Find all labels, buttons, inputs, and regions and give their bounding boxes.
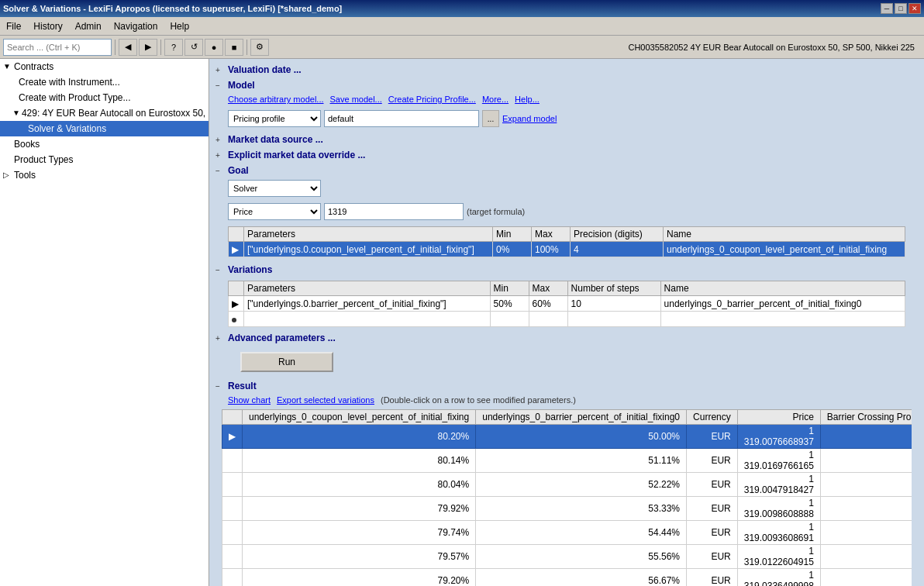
- nav-forward-button[interactable]: ▶: [139, 39, 157, 56]
- row-arrow: ▶: [229, 242, 244, 257]
- link-help[interactable]: Help...: [515, 95, 540, 104]
- result-row-4[interactable]: 79.74%54.44%EUR1 319.00936086910.27%: [222, 521, 912, 545]
- settings-button[interactable]: ⚙: [250, 39, 269, 56]
- var-col-max: Max: [529, 281, 567, 296]
- result-row-currency-5: EUR: [687, 545, 738, 569]
- minimize-button[interactable]: ─: [881, 3, 893, 14]
- section-title-result: Result: [228, 381, 257, 391]
- var-empty-name: [660, 312, 905, 327]
- toggle-icon-valuation: +: [215, 66, 225, 74]
- expand-model-link[interactable]: Expand model: [502, 114, 557, 123]
- tree-item-contracts[interactable]: ▼ Contracts: [0, 59, 209, 74]
- section-title-advanced: Advanced parameters ...: [228, 333, 336, 343]
- menu-history[interactable]: History: [27, 17, 68, 35]
- expander-contract-429: ▼: [12, 106, 20, 120]
- result-row-coupon-0: 80.20%: [243, 425, 476, 449]
- result-row-coupon-3: 79.92%: [243, 497, 476, 521]
- result-row-currency-4: EUR: [687, 521, 738, 545]
- menu-help[interactable]: Help: [164, 17, 195, 35]
- section-model-header[interactable]: − Model: [215, 78, 918, 93]
- section-result-header[interactable]: − Result: [215, 378, 918, 394]
- close-button[interactable]: ✕: [908, 3, 921, 14]
- result-col-currency: Currency: [687, 410, 738, 425]
- section-title-model: Model: [228, 80, 255, 91]
- goal-price-dropdown[interactable]: Price: [228, 203, 321, 220]
- result-row-arrow-6: [222, 569, 243, 587]
- tree-item-product-types[interactable]: Product Types: [0, 152, 209, 167]
- result-row-bcp-4: 0.27%: [820, 521, 912, 545]
- link-show-chart[interactable]: Show chart: [228, 395, 271, 405]
- result-row-currency-3: EUR: [687, 497, 738, 521]
- link-save-model[interactable]: Save model...: [330, 95, 382, 104]
- menu-navigation[interactable]: Navigation: [108, 17, 164, 35]
- result-row-3[interactable]: 79.92%53.33%EUR1 319.00986088880.21%: [222, 497, 912, 521]
- tree-label-create-instrument: Create with Instrument...: [19, 75, 120, 89]
- menu-file[interactable]: File: [0, 17, 27, 35]
- var-col-steps: Number of steps: [567, 281, 660, 296]
- tree-item-solver-variations[interactable]: Solver & Variations: [0, 121, 209, 136]
- stop-button[interactable]: ■: [225, 39, 243, 56]
- link-export-variations[interactable]: Export selected variations: [277, 395, 374, 405]
- toolbar: ◀ ▶ ? ↺ ● ■ ⚙ CH0035582052 4Y EUR Bear A…: [0, 36, 924, 59]
- result-row-0[interactable]: ▶80.20%50.00%EUR1 319.00766689370.07%: [222, 425, 912, 449]
- goal-price-input[interactable]: [324, 203, 464, 220]
- tree-item-create-instrument[interactable]: Create with Instrument...: [0, 74, 209, 90]
- result-row-1[interactable]: 80.14%51.11%EUR1 319.01697661650.09%: [222, 449, 912, 473]
- result-row-6[interactable]: 79.20%56.67%EUR1 319.03364999980.48%: [222, 569, 912, 587]
- section-advanced-header[interactable]: + Advanced parameters ...: [215, 330, 918, 346]
- section-market-data[interactable]: + Market data source ...: [215, 132, 918, 147]
- solver-param-row-0[interactable]: ▶ ["underlyings.0.coupon_level_percent_o…: [229, 242, 905, 257]
- row-precision: 4: [571, 242, 664, 257]
- link-choose-model[interactable]: Choose arbitrary model...: [228, 95, 324, 104]
- result-col-barrier: underlyings_0_barrier_percent_of_initial…: [476, 410, 687, 425]
- model-type-dropdown[interactable]: Pricing profile Arbitrary model: [228, 110, 321, 127]
- tree-item-books[interactable]: Books: [0, 136, 209, 152]
- section-valuation-date[interactable]: + Valuation date ...: [215, 62, 918, 78]
- row-max: 100%: [532, 242, 571, 257]
- result-table-container: underlyings_0_coupon_level_percent_of_in…: [222, 409, 912, 586]
- result-row-bcp-1: 0.09%: [820, 449, 912, 473]
- toggle-icon-market: +: [215, 136, 225, 144]
- section-goal-header[interactable]: − Goal: [215, 163, 918, 178]
- tree-item-contract-429[interactable]: ▼ 429: 4Y EUR Bear Autocall on Eurostoxx…: [0, 105, 209, 121]
- menu-admin[interactable]: Admin: [69, 17, 108, 35]
- section-variations-header[interactable]: − Variations: [215, 262, 918, 277]
- help-button[interactable]: ?: [164, 39, 183, 56]
- expander-tools: ▷: [3, 168, 12, 182]
- goal-type-dropdown[interactable]: Solver Variations: [228, 180, 321, 197]
- result-row-barrier-2: 52.22%: [476, 473, 687, 497]
- var-empty-min: [490, 312, 529, 327]
- result-row-arrow-4: [222, 521, 243, 545]
- result-row-price-2: 1 319.0047918427: [737, 473, 820, 497]
- toggle-icon-advanced: +: [215, 334, 225, 343]
- separator-1: [115, 40, 116, 55]
- result-row-5[interactable]: 79.57%55.56%EUR1 319.01226049150.37%: [222, 545, 912, 569]
- section-title-variations: Variations: [228, 264, 272, 275]
- tree-item-tools[interactable]: ▷ Tools: [0, 167, 209, 183]
- refresh-button[interactable]: ↺: [184, 39, 203, 56]
- tree-label-solver-variations: Solver & Variations: [28, 122, 106, 136]
- maximize-button[interactable]: □: [895, 3, 907, 14]
- toggle-icon-result: −: [215, 382, 225, 391]
- model-name-input[interactable]: [324, 110, 479, 127]
- tree-label-contract-429: 429: 4Y EUR Bear Autocall on Eurostoxx 5…: [22, 106, 205, 120]
- search-input[interactable]: [3, 39, 112, 56]
- section-title-explicit: Explicit market data override ...: [228, 150, 365, 160]
- section-explicit-market[interactable]: + Explicit market data override ...: [215, 147, 918, 163]
- section-title-valuation: Valuation date ...: [228, 64, 302, 75]
- link-more[interactable]: More...: [482, 95, 509, 104]
- model-config-row: Pricing profile Arbitrary model ... Expa…: [215, 109, 918, 129]
- rec-button[interactable]: ●: [205, 39, 223, 56]
- run-button[interactable]: Run: [240, 352, 333, 372]
- toggle-icon-variations: −: [215, 266, 225, 274]
- link-create-pricing-profile[interactable]: Create Pricing Profile...: [388, 95, 476, 104]
- variation-row-empty[interactable]: [229, 312, 905, 327]
- model-links-row: Choose arbitrary model... Save model... …: [215, 93, 918, 105]
- nav-back-button[interactable]: ◀: [119, 39, 137, 56]
- result-row-2[interactable]: 80.04%52.22%EUR1 319.00479184270.13%: [222, 473, 912, 497]
- result-row-barrier-5: 55.56%: [476, 545, 687, 569]
- menu-bar: File History Admin Navigation Help: [0, 17, 924, 36]
- tree-item-create-product[interactable]: Create with Product Type...: [0, 90, 209, 105]
- model-dots-button[interactable]: ...: [482, 110, 499, 127]
- variation-row-0[interactable]: ▶ ["underlyings.0.barrier_percent_of_ini…: [229, 296, 905, 312]
